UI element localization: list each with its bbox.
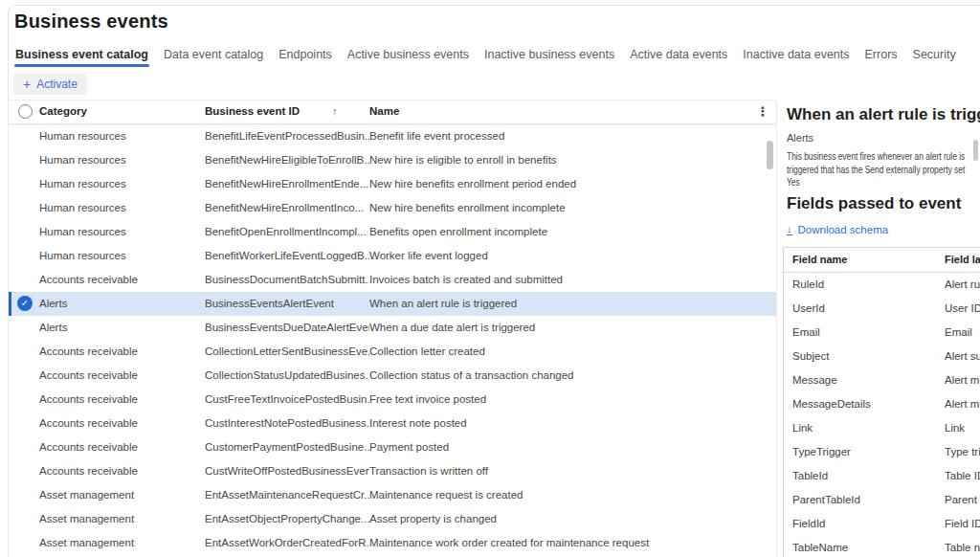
- table-row[interactable]: Asset managementEntAssetWorkOrderCreated…: [9, 531, 776, 555]
- cell-name: Maintenance request is created: [369, 483, 768, 507]
- table-row[interactable]: Human resourcesBenefitOpenEnrollmentInco…: [9, 220, 776, 244]
- tab-inactive-data-events[interactable]: Inactive data events: [742, 46, 850, 67]
- download-schema-label: Download schema: [798, 224, 889, 235]
- panel-scrollbar[interactable]: [973, 140, 978, 161]
- field-label: Parent table ID: [945, 488, 980, 512]
- cell-name: Collection status of a transaction chang…: [369, 364, 768, 388]
- field-name: Email: [792, 321, 820, 345]
- panel-description: This business event fires whenever an al…: [787, 150, 980, 189]
- selected-check-icon[interactable]: ✓: [17, 296, 33, 311]
- field-name: UserId: [792, 297, 825, 321]
- cell-business-event-id: CollectionLetterSentBusinessEve...: [205, 340, 369, 364]
- table-row[interactable]: Human resourcesBenefitNewHireEnrollmentE…: [9, 172, 776, 196]
- panel-description-line: triggered that has the Send externally p…: [787, 164, 980, 177]
- business-event-grid: Category Business event ID ↑ Name ⋮ Huma…: [8, 100, 777, 557]
- tab-active-data-events[interactable]: Active data events: [629, 46, 728, 67]
- field-label: Alert rule ID: [945, 273, 980, 297]
- tab-security[interactable]: Security: [912, 46, 957, 67]
- field-row: EmailEmail: [784, 321, 980, 345]
- cell-category: Accounts receivable: [39, 340, 200, 364]
- cell-business-event-id: BusinessEventsAlertEvent: [205, 292, 369, 316]
- table-row[interactable]: Accounts receivableCustWriteOffPostedBus…: [9, 459, 776, 483]
- panel-description-line: Yes: [787, 176, 980, 189]
- cell-name: New hire benefits enrollment period ende…: [369, 172, 768, 196]
- activate-button-label: Activate: [36, 78, 78, 91]
- cell-category: Alerts: [39, 292, 200, 316]
- cell-category: Human resources: [39, 172, 200, 196]
- field-name: Subject: [792, 345, 829, 368]
- field-row: ParentTableIdParent table ID: [784, 488, 980, 512]
- table-row[interactable]: Accounts receivableCollectionLetterSentB…: [9, 340, 776, 364]
- download-schema-link[interactable]: ↓ Download schema: [787, 224, 888, 235]
- cell-business-event-id: BenefitOpenEnrollmentIncompl...: [205, 220, 369, 244]
- field-label: Field ID: [945, 512, 980, 536]
- field-label: Alert subject: [945, 345, 980, 368]
- grid-scrollbar[interactable]: [767, 141, 773, 169]
- cell-category: Asset management: [39, 531, 200, 555]
- column-header-name[interactable]: Name: [369, 105, 399, 117]
- table-row[interactable]: Human resourcesBenefitNewHireEligibleToE…: [9, 148, 776, 172]
- table-row[interactable]: Human resourcesBenefitLifeEventProcessed…: [9, 124, 776, 148]
- cell-name: Payment posted: [369, 435, 768, 459]
- tab-errors[interactable]: Errors: [864, 46, 899, 67]
- more-options-icon[interactable]: ⋮: [755, 103, 770, 121]
- column-header-category[interactable]: Category: [39, 105, 87, 117]
- select-all-checkbox[interactable]: [18, 104, 33, 119]
- cell-business-event-id: CustInterestNotePostedBusiness...: [205, 412, 369, 435]
- field-name: TableName: [792, 536, 848, 557]
- cell-name: When an alert rule is triggered: [369, 292, 768, 316]
- table-row[interactable]: Asset managementEntAssetMaintenanceReque…: [9, 483, 776, 507]
- table-row[interactable]: ✓AlertsBusinessEventsAlertEventWhen an a…: [9, 292, 776, 316]
- cell-business-event-id: BenefitWorkerLifeEventLoggedB...: [205, 244, 369, 268]
- cell-category: Accounts receivable: [39, 388, 200, 412]
- field-label: Alert message details: [945, 392, 980, 416]
- column-header-business-event-id[interactable]: Business event ID: [205, 105, 300, 117]
- cell-business-event-id: EntAssetWorkOrderCreatedForR...: [205, 531, 369, 555]
- activate-button[interactable]: + Activate: [13, 74, 87, 95]
- table-row[interactable]: AlertsBusinessEventsDueDateAlertEventWhe…: [9, 316, 776, 340]
- cell-business-event-id: BenefitNewHireEnrollmentInco...: [205, 196, 369, 220]
- table-row[interactable]: Accounts receivableBusinessDocumentBatch…: [9, 268, 776, 292]
- table-row[interactable]: Human resourcesBenefitWorkerLifeEventLog…: [9, 244, 776, 268]
- cell-name: Invoices batch is created and submitted: [369, 268, 768, 292]
- field-name: RuleId: [792, 273, 824, 297]
- tab-business-event-catalog[interactable]: Business event catalog: [14, 46, 149, 67]
- cell-category: Human resources: [39, 244, 200, 268]
- cell-business-event-id: EntAssetMaintenanceRequestCr...: [205, 483, 369, 507]
- cell-business-event-id: CollectionStatusUpdatedBusines...: [205, 364, 369, 388]
- cell-category: Accounts receivable: [39, 435, 200, 459]
- table-row[interactable]: Asset managementEntAssetObjectPropertyCh…: [9, 507, 776, 531]
- cell-business-event-id: BusinessEventsDueDateAlertEvent: [205, 316, 369, 340]
- field-name: Message: [792, 368, 837, 392]
- cell-business-event-id: CustWriteOffPostedBusinessEvent: [205, 459, 369, 483]
- field-row: LinkLink: [784, 416, 980, 440]
- field-row: UserIdUser ID: [784, 297, 980, 321]
- cell-business-event-id: BenefitNewHireEligibleToEnrollB...: [205, 148, 369, 172]
- cell-category: Accounts receivable: [39, 459, 200, 483]
- field-label: User ID: [945, 297, 980, 321]
- tab-inactive-business-events[interactable]: Inactive business events: [483, 46, 615, 67]
- cell-business-event-id: BenefitNewHireEnrollmentEnde...: [205, 172, 369, 196]
- page-title: Business events: [14, 11, 168, 33]
- field-name: TableId: [792, 464, 828, 488]
- field-label: Table ID: [945, 464, 980, 488]
- field-row: TableNameTable name: [784, 536, 980, 557]
- download-icon: ↓: [787, 224, 792, 235]
- grid-header: Category Business event ID ↑ Name ⋮: [9, 100, 776, 124]
- panel-description-line: This business event fires whenever an al…: [787, 150, 980, 164]
- cell-business-event-id: BusinessDocumentBatchSubmitt...: [205, 268, 369, 292]
- table-row[interactable]: Accounts receivableCustInterestNotePoste…: [9, 412, 776, 435]
- plus-icon: +: [23, 78, 31, 91]
- field-label: Email: [945, 321, 972, 345]
- tab-active-business-events[interactable]: Active business events: [346, 46, 470, 67]
- table-row[interactable]: Accounts receivableCustomerPaymentPosted…: [9, 435, 776, 459]
- table-row[interactable]: Accounts receivableCollectionStatusUpdat…: [9, 364, 776, 388]
- field-row: FieldIdField ID: [784, 512, 980, 536]
- cell-category: Human resources: [39, 196, 200, 220]
- table-row[interactable]: Human resourcesBenefitNewHireEnrollmentI…: [9, 196, 776, 220]
- tab-endpoints[interactable]: Endpoints: [278, 46, 333, 67]
- tab-bar: Business event catalogData event catalog…: [14, 45, 970, 68]
- grid-body: Human resourcesBenefitLifeEventProcessed…: [9, 124, 776, 557]
- tab-data-event-catalog[interactable]: Data event catalog: [163, 46, 264, 67]
- table-row[interactable]: Accounts receivableCustFreeTextInvoicePo…: [9, 388, 776, 412]
